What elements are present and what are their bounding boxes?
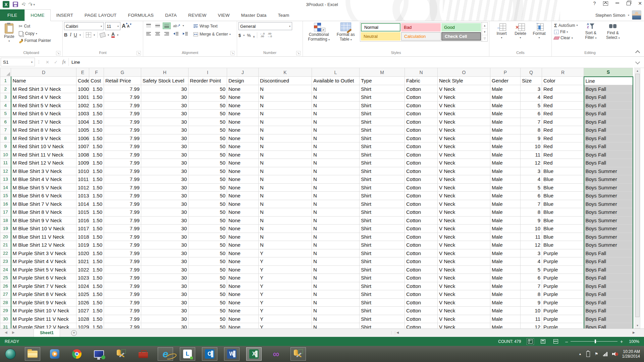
cell-H19[interactable]: 30 <box>141 225 189 233</box>
cell-O30[interactable]: V Neck <box>438 315 490 323</box>
cell-G27[interactable]: 7.99 <box>104 290 141 299</box>
cell-M24[interactable]: Shirt <box>360 265 405 274</box>
accounting-format-button[interactable]: $ <box>238 33 241 38</box>
cell-O5[interactable]: V Neck <box>438 110 490 118</box>
close-button[interactable]: ✕ <box>638 1 642 6</box>
row-header-4[interactable]: 4 <box>0 101 11 110</box>
cell-I23[interactable]: 50 <box>189 257 227 266</box>
cell-Q6[interactable]: 7 <box>521 118 542 126</box>
cell-style-check-cell[interactable]: Check Cell <box>441 32 481 41</box>
cell-R28[interactable]: Purple <box>542 298 584 307</box>
cell-O2[interactable]: V Neck <box>438 85 490 93</box>
cell-L2[interactable]: N <box>312 85 360 93</box>
cell-S10[interactable]: Boys Fall <box>584 150 633 159</box>
cell-S21[interactable]: Boys Summer <box>584 241 633 249</box>
cell-Q13[interactable]: 4 <box>521 175 542 184</box>
cell-K12[interactable]: N <box>259 167 312 175</box>
cell-H30[interactable]: 30 <box>141 315 189 323</box>
find-select-button[interactable]: Find &Select ▾ <box>603 22 623 41</box>
cell-K11[interactable]: N <box>259 159 312 167</box>
cell-F12[interactable]: 1.50 <box>89 167 104 175</box>
cell-N2[interactable]: Cotton <box>405 85 438 93</box>
cell-M10[interactable]: Shirt <box>360 150 405 159</box>
row-header-22[interactable]: 22 <box>0 249 11 257</box>
cell-N28[interactable]: Cotton <box>405 298 438 307</box>
cell-N31[interactable]: Cotton <box>405 323 438 329</box>
taskbar-chrome[interactable] <box>69 347 85 361</box>
cell-R14[interactable]: Blue <box>542 183 584 192</box>
cell-J31[interactable]: None <box>227 323 259 329</box>
minimize-button[interactable] <box>615 3 619 3</box>
column-header-N[interactable]: N <box>405 68 438 77</box>
cell-S7[interactable]: Boys Fall <box>584 126 633 134</box>
sheet-tab-sheet1[interactable]: Sheet1 <box>34 329 60 338</box>
page-layout-view-button[interactable] <box>540 339 546 345</box>
cell-K1[interactable]: Discontinued <box>259 77 312 85</box>
cell-I20[interactable]: 50 <box>189 233 227 241</box>
column-header-P[interactable]: P <box>490 68 521 77</box>
cell-R11[interactable]: Red <box>542 159 584 167</box>
cell-M27[interactable]: Shirt <box>360 290 405 299</box>
cell-Q1[interactable]: Size <box>521 77 542 85</box>
cell-F24[interactable]: 1.50 <box>89 265 104 274</box>
cell-H9[interactable]: 30 <box>141 142 189 151</box>
cell-N19[interactable]: Cotton <box>405 225 438 233</box>
cell-N17[interactable]: Cotton <box>405 208 438 217</box>
cell-K7[interactable]: N <box>259 126 312 134</box>
cell-R4[interactable]: Red <box>542 101 584 110</box>
tab-file[interactable]: FILE <box>0 9 24 21</box>
cell-G26[interactable]: 7.99 <box>104 282 141 290</box>
row-header-9[interactable]: 9 <box>0 142 11 151</box>
cell-O19[interactable]: V Neck <box>438 225 490 233</box>
cell-D20[interactable]: M Blue Shirt 11 V Neck <box>11 233 76 241</box>
cell-K19[interactable]: N <box>259 225 312 233</box>
cell-L18[interactable]: N <box>312 216 360 225</box>
cell-I26[interactable]: 50 <box>189 282 227 290</box>
cell-K6[interactable]: N <box>259 118 312 126</box>
cell-H20[interactable]: 30 <box>141 233 189 241</box>
decrease-decimal-button[interactable]: .00→.0 <box>267 33 272 38</box>
cell-J20[interactable]: None <box>227 233 259 241</box>
cell-N21[interactable]: Cotton <box>405 241 438 249</box>
cell-D13[interactable]: M Blue Shirt 4 V Neck <box>11 175 76 184</box>
cell-L26[interactable]: N <box>312 282 360 290</box>
cell-J9[interactable]: None <box>227 142 259 151</box>
cell-O25[interactable]: V Neck <box>438 274 490 282</box>
fill-button[interactable]: ↓Fill▾ <box>553 29 579 35</box>
cell-S20[interactable]: Boys Summer <box>584 233 633 241</box>
save-icon[interactable] <box>13 2 18 7</box>
scroll-right-button[interactable]: ▶ <box>633 331 635 334</box>
cell-F2[interactable]: 1.50 <box>89 85 104 93</box>
cell-E30[interactable]: 1028 <box>76 315 89 323</box>
cell-O21[interactable]: V Neck <box>438 241 490 249</box>
cell-L27[interactable]: N <box>312 290 360 299</box>
cell-L8[interactable]: N <box>312 134 360 142</box>
copy-button[interactable]: Copy▾ <box>18 31 52 37</box>
cell-G8[interactable]: 7.99 <box>104 134 141 142</box>
cell-G1[interactable]: Retail Price <box>104 77 141 85</box>
cell-M29[interactable]: Shirt <box>360 307 405 315</box>
cell-L19[interactable]: N <box>312 225 360 233</box>
cell-J6[interactable]: None <box>227 118 259 126</box>
cell-K27[interactable]: Y <box>259 290 312 299</box>
cell-I8[interactable]: 50 <box>189 134 227 142</box>
font-name-select[interactable]: Calibri▾ <box>64 22 104 30</box>
increase-indent-button[interactable] <box>181 31 190 37</box>
cell-F8[interactable]: 1.50 <box>89 134 104 142</box>
cell-H1[interactable]: Safety Stock Level <box>141 77 189 85</box>
cell-P10[interactable]: Male <box>490 150 521 159</box>
cell-I15[interactable]: 50 <box>189 192 227 200</box>
cell-H7[interactable]: 30 <box>141 126 189 134</box>
cell-N22[interactable]: Cotton <box>405 249 438 257</box>
align-center-button[interactable] <box>154 31 162 37</box>
insert-cells-button[interactable]: ← Insert▾ <box>492 22 511 39</box>
cell-L5[interactable]: N <box>312 110 360 118</box>
cell-M20[interactable]: Shirt <box>360 233 405 241</box>
merge-center-button[interactable]: Merge & Center▾ <box>192 31 232 37</box>
cell-O11[interactable]: V Neck <box>438 159 490 167</box>
cell-I18[interactable]: 50 <box>189 216 227 225</box>
tab-data[interactable]: DATA <box>159 9 182 21</box>
cell-F20[interactable]: 1.50 <box>89 233 104 241</box>
tab-review[interactable]: REVIEW <box>182 9 212 21</box>
cell-J24[interactable]: None <box>227 265 259 274</box>
